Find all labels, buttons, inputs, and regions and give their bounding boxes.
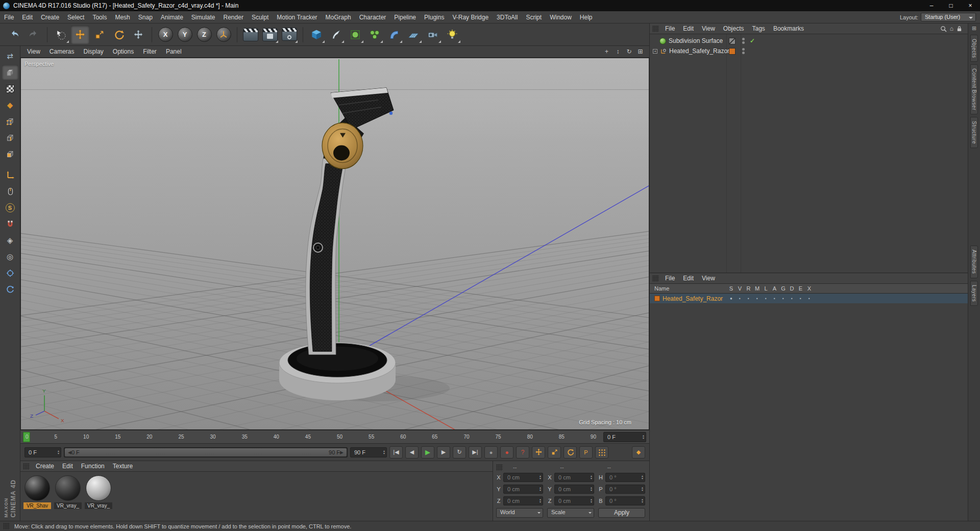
viewport-solo-button[interactable]: S <box>2 200 18 215</box>
tab-objects[interactable]: Objects <box>970 35 978 62</box>
mat-menu-edit[interactable]: Edit <box>58 462 77 471</box>
timeline-ruler[interactable]: 0 5 10 15 20 25 30 35 40 45 50 55 60 65 <box>20 430 649 443</box>
object-name[interactable]: Heated_Safety_Razor <box>669 47 729 55</box>
col-expressions[interactable]: E <box>796 285 805 292</box>
spinner-icon[interactable]: ▴▾ <box>591 487 592 492</box>
object-row[interactable]: + Heated_Safety_Razor <box>650 46 968 56</box>
lm-menu-view[interactable]: View <box>698 274 719 283</box>
home-icon[interactable]: ⌂ <box>950 25 953 32</box>
menu-motion-tracker[interactable]: Motion Tracker <box>273 12 321 22</box>
coordinate-space-select[interactable]: World <box>496 508 543 518</box>
lock-y-axis-button[interactable]: Y <box>176 26 194 44</box>
om-menu-tags[interactable]: Tags <box>748 24 769 33</box>
object-row[interactable]: Subdivision Surface ✓ <box>650 36 968 46</box>
position-header[interactable]: -- <box>506 464 551 470</box>
scale-button[interactable] <box>90 26 109 44</box>
spinner-icon[interactable]: ▴▾ <box>540 487 541 492</box>
rot-p-field[interactable]: 0 °▴▾ <box>605 485 645 494</box>
pos-y-field[interactable]: 0 cm▴▾ <box>503 485 543 494</box>
maximize-button[interactable]: □ <box>941 0 961 11</box>
lock-icon[interactable] <box>957 26 962 32</box>
rot-b-field[interactable]: 0 °▴▾ <box>605 496 645 505</box>
vp-menu-cameras[interactable]: Cameras <box>45 47 79 56</box>
om-menu-edit[interactable]: Edit <box>679 24 698 33</box>
om-menu-file[interactable]: File <box>661 24 679 33</box>
col-deformers[interactable]: D <box>788 285 796 292</box>
menu-create[interactable]: Create <box>37 12 63 22</box>
panel-grip-icon[interactable] <box>652 275 659 282</box>
spinner-icon[interactable]: ▴▾ <box>642 487 643 492</box>
layer-list[interactable]: Heated_Safety_Razor <box>650 294 968 521</box>
record-pla-button[interactable] <box>595 446 608 458</box>
enabled-check-icon[interactable]: ✓ <box>750 37 755 44</box>
col-view[interactable]: V <box>736 285 744 292</box>
panel-grip-icon[interactable] <box>496 464 503 471</box>
add-mograph-button[interactable] <box>365 26 384 44</box>
render-view-button[interactable] <box>241 26 260 44</box>
axis-mode-button[interactable] <box>2 167 18 182</box>
end-frame-field[interactable]: 90 F ▴▾ <box>350 447 387 457</box>
move-button[interactable] <box>71 26 89 44</box>
rotation-header[interactable]: -- <box>600 464 645 470</box>
frame-display-field[interactable]: 0 F ▴▾ <box>603 432 646 442</box>
menu-mesh[interactable]: Mesh <box>111 12 134 22</box>
dolly-view-icon[interactable]: ↕ <box>613 47 623 56</box>
layer-color-chip[interactable] <box>654 296 660 301</box>
quantize-button[interactable]: ◈ <box>2 233 18 248</box>
mat-menu-function[interactable]: Function <box>77 462 109 471</box>
redo-button[interactable] <box>24 26 43 44</box>
spinner-icon[interactable]: ▴▾ <box>591 498 592 503</box>
menu-pipeline[interactable]: Pipeline <box>390 12 420 22</box>
material-tag-icon[interactable] <box>729 48 736 55</box>
spinner-icon[interactable]: ▴▾ <box>58 450 59 455</box>
view-label[interactable]: Perspective <box>24 61 54 67</box>
dock-menu-icon[interactable]: ⊞ <box>972 25 976 32</box>
layout-select[interactable]: Startup (User) <box>921 13 976 21</box>
menu-help[interactable]: Help <box>576 12 597 22</box>
add-spline-button[interactable] <box>327 26 345 44</box>
col-lock[interactable]: L <box>762 285 770 292</box>
record-rotation-button[interactable] <box>564 446 577 458</box>
panel-grip-icon[interactable] <box>23 463 30 470</box>
visibility-dots[interactable] <box>742 38 745 44</box>
menu-animate[interactable]: Animate <box>157 12 187 22</box>
menu-character[interactable]: Character <box>355 12 390 22</box>
lock-z-axis-button[interactable]: Z <box>195 26 213 44</box>
close-button[interactable]: × <box>961 0 980 11</box>
apply-button[interactable]: Apply <box>598 508 645 518</box>
current-frame-field[interactable]: 0 F ▴▾ <box>24 447 61 457</box>
plugin-1-button[interactable] <box>2 266 18 280</box>
expand-icon[interactable]: + <box>653 49 657 54</box>
visibility-dots[interactable] <box>742 48 745 54</box>
mat-menu-create[interactable]: Create <box>32 462 58 471</box>
polygons-mode-button[interactable] <box>2 147 18 161</box>
minimize-button[interactable]: – <box>922 0 941 11</box>
model-mode-button[interactable] <box>2 65 18 80</box>
lm-menu-edit[interactable]: Edit <box>679 274 698 283</box>
points-mode-button[interactable] <box>2 114 18 129</box>
object-name[interactable]: Subdivision Surface <box>669 37 723 44</box>
size-z-field[interactable]: 0 cm▴▾ <box>554 496 594 505</box>
workplane-mode-button[interactable]: ◆ <box>2 98 18 112</box>
autokeying-button[interactable]: ● <box>500 446 513 458</box>
goto-start-button[interactable]: |◀ <box>389 446 403 458</box>
edges-mode-button[interactable] <box>2 130 18 145</box>
record-position-button[interactable] <box>532 446 545 458</box>
record-parameter-button[interactable]: P <box>579 446 593 458</box>
menu-file[interactable]: File <box>0 12 18 22</box>
snap-button[interactable] <box>2 216 18 231</box>
render-settings-button[interactable] <box>280 26 299 44</box>
coordinate-system-button[interactable] <box>214 26 233 44</box>
range-slider-handle[interactable]: ◀ 0 F 90 F ▶ <box>65 448 347 456</box>
add-generator-button[interactable] <box>346 26 364 44</box>
menu-mograph[interactable]: MoGraph <box>322 12 355 22</box>
rot-h-field[interactable]: 0 °▴▾ <box>605 473 645 482</box>
material-item[interactable]: VR_vray_ <box>85 475 112 509</box>
col-animation[interactable]: A <box>770 285 779 292</box>
keyframe-selection-button[interactable]: ◆ <box>632 446 645 458</box>
pan-view-icon[interactable]: + <box>602 47 611 56</box>
spinner-icon[interactable]: ▴▾ <box>642 475 643 480</box>
layer-toggle-icon[interactable] <box>788 296 796 301</box>
lm-menu-file[interactable]: File <box>661 274 679 283</box>
render-picture-viewer-button[interactable] <box>261 26 279 44</box>
